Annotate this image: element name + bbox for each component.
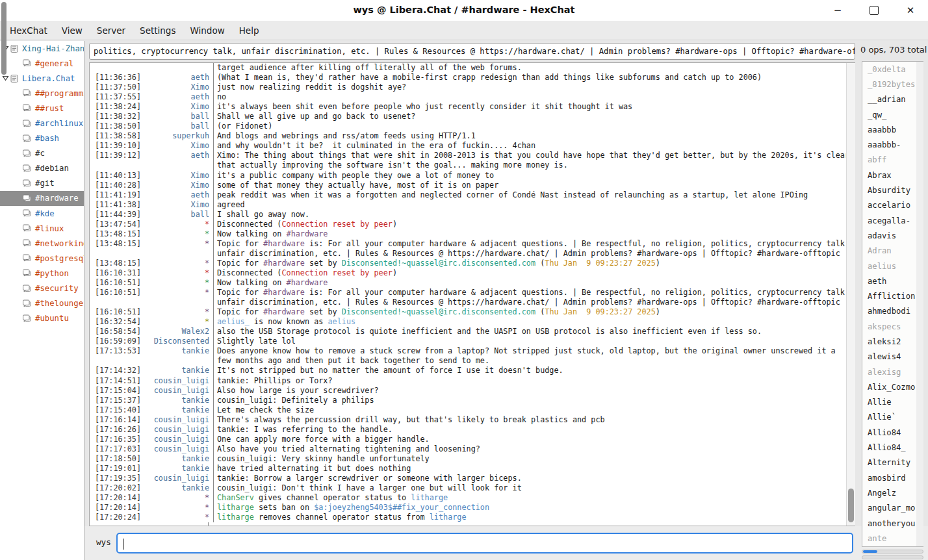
- user-row-aelius[interactable]: aelius: [862, 259, 923, 274]
- tree-channel--ubuntu[interactable]: #ubuntu: [0, 311, 84, 326]
- user-row-alternity[interactable]: Alternity: [862, 455, 923, 470]
- tree-channel--postgresql[interactable]: #postgresql: [0, 251, 84, 266]
- tree-channel--linux[interactable]: #linux: [0, 221, 84, 236]
- user-row--0xdelta[interactable]: _0xdelta: [862, 62, 923, 77]
- user-row-affliction[interactable]: Affliction: [862, 288, 923, 303]
- user-row-allio84-[interactable]: Allio84_: [862, 440, 923, 455]
- tree-item-label: #security: [35, 284, 79, 293]
- timestamp: [17:17:03]: [90, 444, 144, 454]
- tree-channel--networking[interactable]: #networking: [0, 236, 84, 251]
- tree-server-xing-hai-zhang[interactable]: Xing-Hai-Zhang: [0, 41, 84, 56]
- user-row-abrax[interactable]: Abrax: [862, 168, 923, 183]
- chat-line: [16:10:51]*Topic for #hardware set by Di…: [90, 307, 855, 317]
- user-row--8192bytes[interactable]: _8192bytes: [862, 77, 923, 92]
- message-input-box[interactable]: [116, 533, 853, 554]
- tree-item-label: #git: [35, 179, 55, 188]
- tree-item-label: #general: [35, 59, 73, 68]
- channel-icon: [22, 269, 32, 277]
- nick: Disconsented: [144, 337, 213, 346]
- timestamp: [11:41:19]: [90, 190, 144, 200]
- user-row-alexisg[interactable]: alexisg: [862, 364, 923, 379]
- user-row-allie[interactable]: Allie: [862, 395, 923, 410]
- menu-settings[interactable]: Settings: [133, 22, 183, 39]
- tree-channel--programming[interactable]: ##programming: [0, 86, 84, 101]
- user-row--adrian[interactable]: __adrian: [862, 92, 923, 107]
- user-row-allie-[interactable]: Allie`: [862, 410, 923, 425]
- user-row-abff[interactable]: abff: [862, 153, 923, 168]
- user-row-amosbird[interactable]: amosbird: [862, 470, 923, 485]
- chat-line: [11:37:55]aethno: [90, 92, 855, 102]
- tree-channel--debian[interactable]: #debian: [0, 161, 84, 176]
- user-row-absurdity[interactable]: Absurdity: [862, 183, 923, 197]
- user-row-alix-cozmo[interactable]: Alix_Cozmo: [862, 379, 923, 394]
- user-row-angular-mo[interactable]: angular_mo: [862, 501, 923, 516]
- chat-line: [11:39:10]Ximoand why wouldn't it be? it…: [90, 141, 855, 151]
- tree-item-label: #python: [35, 269, 69, 278]
- nick: tankie: [144, 483, 213, 493]
- expander-icon[interactable]: [2, 75, 10, 82]
- tree-item-label: #postgresql: [35, 254, 84, 263]
- server-channel-tree: Xing-Hai-Zhang#generalLibera.Chat##progr…: [0, 41, 84, 560]
- tree-channel--c[interactable]: #c: [0, 146, 84, 161]
- user-row-alewis4[interactable]: alewis4: [862, 350, 923, 364]
- message-text: Ximo: The thing about things that were s…: [213, 151, 855, 160]
- maximize-button[interactable]: [866, 2, 883, 19]
- menu-view[interactable]: View: [55, 22, 90, 39]
- chat-line: [17:17:03]cousin_luigiAlso have you trie…: [90, 444, 855, 454]
- chat-scrollbar-thumb[interactable]: [848, 489, 854, 522]
- user-row-aaabbb-[interactable]: aaabbb-: [862, 137, 923, 152]
- user-row-anotheryou[interactable]: anotheryou: [862, 516, 923, 531]
- tree-channel--bash[interactable]: #bash: [0, 131, 84, 146]
- tree-channel--kde[interactable]: #kde: [0, 206, 84, 221]
- tree-channel--thelounge[interactable]: #thelounge: [0, 296, 84, 311]
- tree-channel--general[interactable]: #general: [0, 56, 84, 71]
- timestamp: [90, 63, 144, 73]
- nick: tankie: [144, 405, 213, 415]
- title-bar: wys @ Libera.Chat / #hardware - HexChat …: [0, 0, 928, 21]
- user-row-akspecs[interactable]: akspecs: [862, 319, 923, 334]
- timestamp: [16:58:54]: [90, 327, 144, 337]
- message-text: Topic for #hardware is: For all your com…: [213, 288, 855, 298]
- userlist-scrollbar[interactable]: [916, 62, 923, 546]
- tree-channel--hardware[interactable]: #hardware: [0, 191, 84, 206]
- message-text: it's a public company with people they o…: [213, 171, 855, 181]
- menu-help[interactable]: Help: [232, 22, 266, 39]
- user-row-allio84[interactable]: Allio84: [862, 425, 923, 440]
- nick: Ximo: [144, 181, 213, 190]
- own-nick-label: wys: [96, 537, 111, 547]
- menu-hexchat[interactable]: HexChat: [3, 22, 55, 39]
- minimize-button[interactable]: −: [829, 2, 846, 19]
- user-row-adran[interactable]: Adran: [862, 244, 923, 259]
- user-row-ahmedbodi[interactable]: ahmedbodi: [862, 304, 923, 319]
- channel-icon: [22, 164, 32, 173]
- tree-channel--git[interactable]: #git: [0, 176, 84, 191]
- message-input[interactable]: [122, 535, 843, 551]
- menu-server[interactable]: Server: [90, 22, 133, 39]
- topic-bar[interactable]: politics, cryptocurrency talk, unfair di…: [89, 43, 855, 60]
- user-row-ante[interactable]: ante: [862, 531, 923, 546]
- user-row-angelz[interactable]: Angelz: [862, 485, 923, 500]
- message-text: litharge sets ban on $a:joeyzheng5403$##…: [213, 503, 855, 513]
- user-row-aaabbb[interactable]: aaabbb: [862, 122, 923, 137]
- channel-icon: [22, 194, 32, 203]
- tree-channel--security[interactable]: #security: [0, 281, 84, 296]
- tree-channel--python[interactable]: #python: [0, 266, 84, 281]
- tree-channel--rust[interactable]: ##rust: [0, 101, 84, 116]
- timestamp: [17:19:35]: [90, 474, 144, 483]
- close-button[interactable]: ✕: [902, 2, 919, 19]
- text-caret: [123, 539, 123, 550]
- message-text: It's not stripped but no matter the amou…: [213, 366, 855, 375]
- user-row-aleksi2[interactable]: aleksi2: [862, 334, 923, 349]
- user-row--qw-[interactable]: _qw_: [862, 107, 923, 122]
- userlist-scrollbar-thumb[interactable]: [1, 2, 6, 75]
- user-row-accelario[interactable]: accelario: [862, 198, 923, 213]
- menu-window[interactable]: Window: [183, 22, 231, 39]
- tree-channel--archlinux[interactable]: #archlinux: [0, 116, 84, 131]
- tree-server-libera-chat[interactable]: Libera.Chat: [0, 71, 84, 86]
- user-row-aeth[interactable]: aeth: [862, 274, 923, 288]
- chat-scrollbar[interactable]: [846, 63, 855, 526]
- chat-log: target audience after killing off litera…: [89, 62, 855, 526]
- user-row-adavis[interactable]: adavis: [862, 228, 923, 243]
- chat-line-continuation: that actually improving the software isn…: [90, 160, 855, 170]
- user-row-acegalla-[interactable]: acegalla-: [862, 213, 923, 228]
